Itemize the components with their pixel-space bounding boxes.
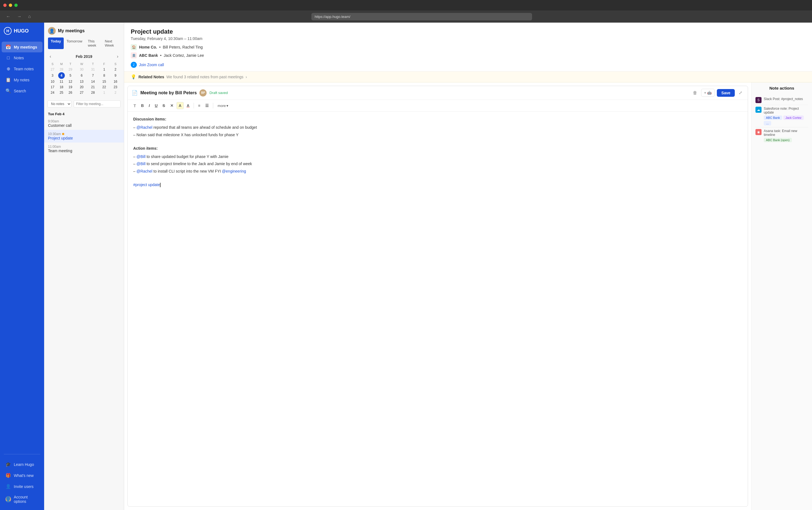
calendar-day[interactable]: 11 [58, 79, 65, 84]
toolbar-strikethrough[interactable]: S [161, 102, 167, 109]
sidebar-item-search[interactable]: 🔍 Search [2, 86, 42, 96]
sidebar-item-invite-users[interactable]: 👤 Invite users [2, 481, 42, 492]
calendar-day[interactable]: 10 [47, 79, 58, 84]
calendar-day[interactable]: 25 [58, 90, 65, 95]
calendar: ‹ Feb 2019 › S M T W T F S 27 [44, 52, 124, 98]
text-cursor [160, 183, 161, 187]
forward-button[interactable]: → [16, 13, 23, 20]
sidebar-item-account-options[interactable]: 👤 Account options [2, 492, 42, 506]
calendar-day[interactable]: 20 [76, 84, 87, 90]
toolbar-bold[interactable]: B [139, 102, 146, 109]
toolbar-highlight[interactable]: A [176, 102, 184, 109]
calendar-day[interactable]: 8 [98, 72, 110, 79]
sidebar-item-whats-new[interactable]: 🎁 What's new [2, 470, 42, 481]
delete-note-button[interactable]: 🗑 [691, 89, 699, 96]
tag[interactable]: ABC Bank [764, 116, 782, 120]
calendar-day[interactable]: 3 [47, 72, 58, 79]
meeting-item[interactable]: 9:00am Customer call [44, 117, 124, 130]
note-editor-area: 📄 Meeting note by Bill Peters BP Draft s… [124, 83, 812, 510]
home-button[interactable]: ⌂ [27, 13, 33, 20]
calendar-day[interactable]: 31 [87, 67, 98, 72]
calendar-day[interactable]: 19 [65, 84, 76, 90]
calendar-day[interactable]: 24 [47, 90, 58, 95]
meeting-item[interactable]: 11:00am Team meeting [44, 143, 124, 155]
calendar-day[interactable]: 29 [65, 67, 76, 72]
editor-toolbar: T B I U S ✕ A A ≡ ☰ more ▾ [128, 100, 748, 112]
close-button[interactable] [3, 4, 7, 7]
invite-icon: 👤 [5, 484, 11, 489]
calendar-day[interactable]: 9 [110, 72, 121, 79]
minimize-button[interactable] [9, 4, 12, 7]
meeting-item[interactable]: 10:30am Project update [44, 130, 124, 143]
attendee-sep: • [159, 45, 161, 49]
calendar-day[interactable]: 2 [110, 90, 121, 95]
calendar-day[interactable]: 1 [98, 90, 110, 95]
editor-content[interactable]: Discussion items: – @Rachel reported tha… [128, 112, 748, 506]
tab-next-week[interactable]: Next Week [102, 37, 120, 49]
meeting-name: Team meeting [48, 149, 120, 153]
calendar-day[interactable]: 22 [98, 84, 110, 90]
calendar-prev-button[interactable]: ‹ [48, 54, 53, 60]
tab-today[interactable]: Today [48, 37, 64, 49]
back-button[interactable]: ← [4, 13, 12, 20]
sidebar-item-team-notes[interactable]: ⊕ Team notes [2, 63, 42, 74]
tab-this-week[interactable]: This week [85, 37, 102, 49]
tag[interactable]: Jack Cortez [783, 116, 804, 120]
calendar-day[interactable]: 7 [87, 72, 98, 79]
tab-tomorrow[interactable]: Tomorrow [64, 37, 85, 49]
related-notes-bar[interactable]: 💡 Related Notes We found 3 related notes… [124, 71, 812, 83]
toolbar-clear-format[interactable]: ✕ [168, 102, 175, 109]
calendar-day[interactable]: 15 [98, 79, 110, 84]
calendar-day[interactable]: 13 [76, 79, 87, 84]
zoom-link[interactable]: Z Join Zoom call [131, 62, 805, 68]
sidebar-item-my-notes[interactable]: 📋 My notes [2, 74, 42, 85]
calendar-day[interactable]: 23 [110, 84, 121, 90]
calendar-day[interactable]: 26 [65, 90, 76, 95]
calendar-day[interactable]: 27 [47, 67, 58, 72]
meeting-filter-input[interactable] [74, 100, 120, 108]
add-integration-button[interactable]: + 🤖 [701, 89, 715, 97]
toolbar-text-color[interactable]: A [185, 102, 192, 109]
calendar-day[interactable]: 18 [58, 84, 65, 90]
toolbar-bullet-list[interactable]: ≡ [196, 102, 202, 109]
calendar-header: ‹ Feb 2019 › [47, 52, 121, 61]
logo-icon: H [4, 27, 11, 35]
calendar-day[interactable]: 28 [58, 67, 65, 72]
sidebar-item-my-meetings[interactable]: 📅 My meetings [2, 41, 42, 52]
calendar-day[interactable]: 14 [87, 79, 98, 84]
open-note-button[interactable]: ⤢ [737, 89, 744, 96]
calendar-next-button[interactable]: › [115, 54, 120, 60]
notes-filter-select[interactable]: No notes [48, 100, 71, 108]
mention: @Bill [137, 161, 146, 166]
sidebar-item-notes[interactable]: □ Notes [2, 53, 42, 63]
calendar-day[interactable]: 28 [87, 90, 98, 95]
calendar-day[interactable]: 16 [110, 79, 121, 84]
save-note-button[interactable]: Save [717, 89, 735, 97]
sidebar-item-learn-hugo[interactable]: 🎓 Learn Hugo [2, 459, 42, 470]
calendar-day[interactable]: 1 [98, 67, 110, 72]
cal-day-header: F [98, 61, 110, 67]
calendar-day[interactable]: 4 [58, 72, 65, 79]
calendar-day[interactable]: 6 [76, 72, 87, 79]
left-panel: 👤 My meetings Today Tomorrow This week N… [44, 23, 124, 510]
toolbar-text-type[interactable]: T [132, 102, 138, 109]
toolbar-italic[interactable]: I [147, 102, 152, 109]
tag[interactable]: … [764, 121, 771, 125]
calendar-day[interactable]: 5 [65, 72, 76, 79]
calendar-day[interactable]: 27 [76, 90, 87, 95]
action-item: – @Rachel to install CLI script into the… [133, 168, 742, 174]
tag[interactable]: ABC Bank (open) [764, 138, 792, 142]
toolbar-numbered-list[interactable]: ☰ [203, 102, 211, 109]
calendar-day[interactable]: 2 [110, 67, 121, 72]
calendar-day[interactable]: 17 [47, 84, 58, 90]
calendar-day[interactable]: 30 [76, 67, 87, 72]
cal-day-header: S [47, 61, 58, 67]
toolbar-underline[interactable]: U [153, 102, 160, 109]
cal-day-header: S [110, 61, 121, 67]
url-bar[interactable] [311, 13, 532, 21]
toolbar-more-button[interactable]: more ▾ [215, 102, 231, 109]
calendar-day[interactable]: 21 [87, 84, 98, 90]
calendar-day[interactable]: 12 [65, 79, 76, 84]
maximize-button[interactable] [14, 4, 18, 7]
notes-icon: □ [5, 55, 11, 60]
